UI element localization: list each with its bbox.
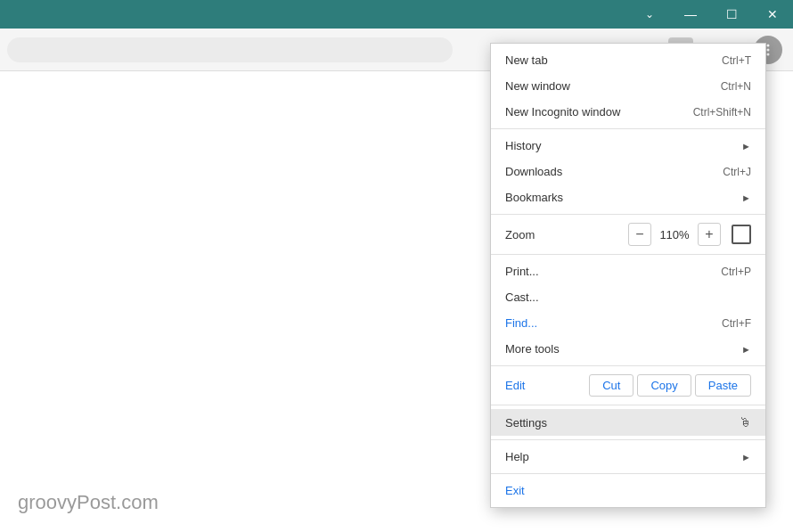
menu-item-settings[interactable]: Settings 🖰	[491, 409, 765, 436]
edit-row: Edit Cut Copy Paste	[491, 370, 765, 401]
context-menu: New tab Ctrl+T New window Ctrl+N New Inc…	[490, 43, 766, 508]
divider-1	[491, 128, 765, 129]
watermark-text: groovyPost.com	[18, 491, 159, 514]
menu-item-exit[interactable]: Exit	[491, 478, 765, 503]
menu-item-find[interactable]: Find... Ctrl+F	[491, 310, 765, 336]
zoom-row: Zoom − 110% +	[491, 218, 765, 250]
tab-chevron: ⌄	[629, 0, 670, 29]
close-button[interactable]: ✕	[752, 0, 793, 29]
menu-item-new-tab-label: New tab	[505, 53, 704, 67]
divider-2	[491, 214, 765, 215]
title-bar: ⌄ — ☐ ✕	[0, 0, 793, 29]
menu-item-help[interactable]: Help ►	[491, 444, 765, 470]
menu-item-new-window-label: New window	[505, 79, 703, 93]
divider-4	[491, 365, 765, 366]
zoom-fullscreen-button[interactable]	[732, 225, 751, 244]
menu-item-find-shortcut: Ctrl+F	[722, 317, 751, 330]
menu-item-exit-label: Exit	[505, 484, 751, 497]
paste-button[interactable]: Paste	[695, 374, 751, 397]
copy-button[interactable]: Copy	[637, 374, 691, 397]
menu-item-cast-label: Cast...	[505, 291, 751, 304]
menu-item-new-tab[interactable]: New tab Ctrl+T	[491, 47, 765, 73]
menu-item-help-label: Help	[505, 450, 732, 463]
cut-button[interactable]: Cut	[589, 374, 634, 397]
menu-item-history[interactable]: History ►	[491, 133, 765, 159]
divider-7	[491, 473, 765, 474]
more-tools-arrow-icon: ►	[741, 344, 751, 355]
menu-item-new-window-shortcut: Ctrl+N	[721, 80, 751, 93]
menu-item-new-incognito-label: New Incognito window	[505, 105, 675, 119]
divider-6	[491, 439, 765, 440]
menu-item-new-incognito-shortcut: Ctrl+Shift+N	[693, 106, 751, 119]
menu-item-new-window[interactable]: New window Ctrl+N	[491, 73, 765, 99]
menu-item-bookmarks[interactable]: Bookmarks ►	[491, 184, 765, 210]
zoom-plus-button[interactable]: +	[698, 223, 721, 246]
divider-5	[491, 405, 765, 405]
menu-item-cast[interactable]: Cast...	[491, 284, 765, 310]
menu-item-more-tools-label: More tools	[505, 342, 732, 356]
minimize-button[interactable]: —	[670, 0, 711, 29]
address-bar[interactable]	[7, 37, 453, 62]
menu-item-downloads-label: Downloads	[505, 165, 705, 178]
cursor-icon: 🖰	[739, 415, 751, 430]
menu-item-print-shortcut: Ctrl+P	[721, 266, 751, 278]
menu-item-downloads[interactable]: Downloads Ctrl+J	[491, 159, 765, 184]
zoom-minus-button[interactable]: −	[628, 223, 651, 246]
menu-item-find-label: Find...	[505, 316, 704, 330]
menu-item-new-incognito[interactable]: New Incognito window Ctrl+Shift+N	[491, 99, 765, 125]
zoom-label: Zoom	[505, 228, 621, 241]
menu-item-print-label: Print...	[505, 265, 703, 278]
menu-item-print[interactable]: Print... Ctrl+P	[491, 258, 765, 284]
history-arrow-icon: ►	[741, 141, 751, 151]
menu-item-bookmarks-label: Bookmarks	[505, 191, 732, 204]
divider-3	[491, 254, 765, 255]
svg-point-5	[767, 44, 770, 46]
edit-label: Edit	[505, 379, 585, 392]
menu-item-new-tab-shortcut: Ctrl+T	[722, 54, 751, 67]
menu-item-settings-label: Settings	[505, 416, 739, 430]
menu-item-more-tools[interactable]: More tools ►	[491, 336, 765, 362]
menu-item-downloads-shortcut: Ctrl+J	[723, 166, 751, 178]
bookmarks-arrow-icon: ►	[741, 192, 751, 203]
help-arrow-icon: ►	[741, 452, 751, 462]
maximize-button[interactable]: ☐	[711, 0, 752, 29]
menu-item-history-label: History	[505, 139, 732, 152]
zoom-value: 110%	[658, 228, 691, 241]
